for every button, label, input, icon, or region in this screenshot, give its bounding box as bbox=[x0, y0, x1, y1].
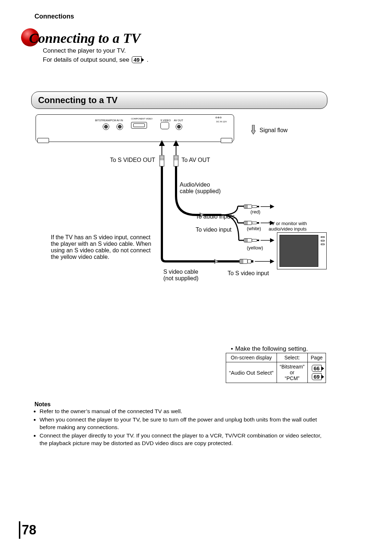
page-ref-66: 66 bbox=[312, 365, 322, 372]
tv-or-monitor-label: TV or monitor with audio/video inputs bbox=[269, 221, 319, 232]
intro-line-2: For details of output sound, see 49 . bbox=[43, 56, 148, 64]
settings-col-page: Page bbox=[308, 353, 326, 362]
white-label: (white) bbox=[247, 226, 261, 231]
audio-video-cable-label: Audio/video cable (supplied) bbox=[180, 182, 221, 195]
to-audio-inputs-label: To audio inputs bbox=[196, 213, 235, 220]
to-av-out-label: To AV OUT bbox=[181, 157, 210, 163]
svg-rect-36 bbox=[248, 260, 251, 263]
page-number: 78 bbox=[22, 522, 36, 538]
notes-heading: Notes bbox=[34, 401, 50, 408]
settings-select-value: “Bitstream” or “PCM” bbox=[277, 362, 307, 383]
page-ref-69: 69 bbox=[312, 373, 322, 380]
red-label: (red) bbox=[250, 209, 260, 215]
settings-intro: Make the following setting. bbox=[231, 345, 308, 353]
to-video-input-label: To video input bbox=[196, 227, 232, 233]
s-video-explain: If the TV has an S video input, connect … bbox=[51, 234, 160, 260]
svg-rect-37 bbox=[251, 260, 253, 262]
intro2-post: . bbox=[147, 56, 148, 63]
page-title: Connecting to a TV bbox=[29, 30, 140, 46]
svg-rect-26 bbox=[252, 239, 257, 241]
section-heading: Connecting to a TV bbox=[38, 95, 118, 105]
note-item: Connect the player directly to your TV. … bbox=[40, 432, 330, 447]
svg-rect-14 bbox=[252, 205, 257, 208]
settings-col-display: On-screen display bbox=[226, 353, 277, 362]
section-header: Connections bbox=[34, 13, 74, 20]
svg-rect-21 bbox=[257, 222, 259, 224]
settings-col-select: Select: bbox=[277, 353, 307, 362]
notes-list: Refer to the owner’s manual of the conne… bbox=[34, 408, 330, 448]
yellow-label: (yellow) bbox=[247, 245, 263, 250]
intro2-pre: For details of output sound, see bbox=[43, 56, 131, 63]
note-item: Refer to the owner’s manual of the conne… bbox=[40, 408, 330, 415]
settings-table: On-screen display Select: Page “Audio Ou… bbox=[226, 353, 326, 383]
page-ref-49: 49 bbox=[132, 56, 142, 63]
intro-line-1: Connect the player to your TV. bbox=[43, 47, 126, 54]
page-number-bar bbox=[19, 521, 20, 539]
note-item: When you connect the player to your TV, … bbox=[40, 416, 330, 431]
svg-rect-15 bbox=[257, 206, 259, 207]
s-video-cable-label: S video cable (not supplied) bbox=[163, 269, 199, 282]
section-heading-panel: Connecting to a TV bbox=[31, 91, 327, 109]
settings-display-value: “Audio Out Select” bbox=[226, 362, 277, 383]
tv-illustration bbox=[277, 232, 327, 269]
connection-diagram: BITSTREAM/PCM AV IN COMPONENT VIDEO S VI… bbox=[33, 113, 327, 287]
to-s-video-out-label: To S VIDEO OUT bbox=[110, 157, 155, 163]
svg-rect-20 bbox=[252, 222, 257, 224]
svg-rect-27 bbox=[257, 240, 259, 241]
to-s-video-input-label: To S video input bbox=[228, 270, 269, 277]
settings-pages: 66 69 bbox=[308, 362, 326, 383]
